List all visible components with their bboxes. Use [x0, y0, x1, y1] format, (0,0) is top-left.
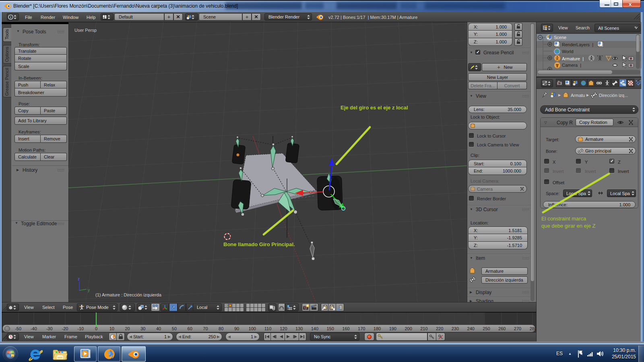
svg-text:y: y [88, 288, 90, 292]
svg-text:i: i [10, 15, 11, 19]
svg-text:z: z [78, 277, 80, 281]
